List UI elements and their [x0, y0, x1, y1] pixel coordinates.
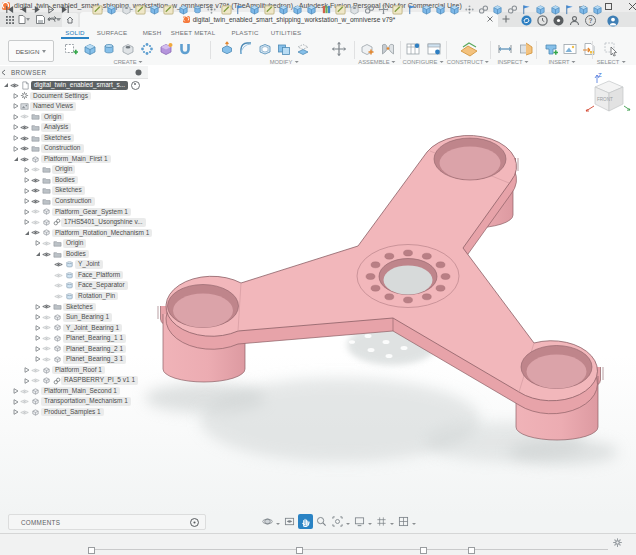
timeline-feature-extrude-icon[interactable] — [421, 3, 432, 15]
tree-item[interactable]: Bodies — [0, 175, 152, 186]
visibility-eye-icon[interactable] — [9, 82, 20, 89]
assemble-group-label[interactable]: ASSEMBLE — [358, 59, 395, 65]
timeline-marker[interactable] — [420, 547, 427, 554]
tree-item[interactable]: Platform_Main_First 1 — [0, 154, 152, 165]
visibility-eye-icon[interactable] — [41, 335, 52, 342]
expand-arrow-icon[interactable] — [12, 388, 19, 394]
ribbon-tab-utilities[interactable]: UTILITIES — [271, 29, 302, 36]
ribbon-tab-plastic[interactable]: PLASTIC — [231, 29, 258, 36]
insert-canvas-icon[interactable] — [561, 40, 578, 57]
timeline-feature-sketch-icon[interactable] — [264, 3, 275, 15]
timeline-feature-extrude-icon[interactable] — [535, 3, 546, 15]
timeline-feature-extrude-icon[interactable] — [578, 3, 589, 15]
expand-arrow-icon[interactable] — [34, 346, 41, 352]
section-analysis-icon[interactable] — [517, 40, 534, 57]
expand-arrow-icon[interactable] — [23, 177, 30, 183]
visibility-eye-icon[interactable] — [30, 166, 41, 173]
configure-table-icon[interactable] — [404, 40, 421, 57]
timeline-feature-hole-icon[interactable] — [121, 3, 132, 15]
timeline-feature-extrude-icon[interactable] — [278, 3, 289, 15]
tree-item[interactable]: digital_twin_enabled_smart_s... — [0, 80, 152, 91]
visibility-eye-icon[interactable] — [19, 135, 30, 142]
timeline-feature-appearance-icon[interactable] — [321, 3, 332, 15]
tree-item[interactable]: Analysis — [0, 122, 152, 133]
timeline-feature-extrude-icon[interactable] — [249, 3, 260, 15]
user-avatar[interactable] — [607, 15, 618, 26]
combine-icon[interactable] — [275, 40, 292, 57]
tree-item[interactable]: Construction — [0, 196, 152, 207]
visibility-eye-icon[interactable] — [30, 187, 41, 194]
save-icon[interactable] — [34, 14, 47, 25]
browser-header[interactable]: BROWSER — [0, 66, 148, 79]
go-to-end-button[interactable] — [60, 4, 71, 15]
timeline-feature-sketch-icon[interactable] — [221, 3, 232, 15]
comment-bubble-icon[interactable] — [190, 518, 199, 527]
expand-arrow-icon[interactable] — [12, 156, 19, 162]
pattern-icon[interactable] — [138, 40, 155, 57]
timeline-feature-link-icon[interactable] — [507, 3, 518, 15]
pan-icon[interactable] — [298, 514, 313, 529]
tree-item[interactable]: Origin — [0, 112, 152, 123]
create-group-label[interactable]: CREATE — [113, 59, 142, 65]
hole-icon[interactable] — [119, 40, 136, 57]
look-at-icon[interactable] — [282, 514, 297, 529]
ribbon-tab-sheet-metal[interactable]: SHEET METAL — [171, 29, 216, 36]
timeline-feature-hole-icon[interactable] — [349, 3, 360, 15]
extrude-icon[interactable] — [81, 40, 98, 57]
timeline-feature-extrude-icon[interactable] — [435, 3, 446, 15]
insert-derive-icon[interactable] — [542, 40, 559, 57]
collapse-panel-icon[interactable] — [0, 69, 7, 76]
timeline-feature-extrude-icon[interactable] — [592, 3, 603, 15]
new-component-icon[interactable] — [358, 40, 375, 57]
timeline-marker[interactable] — [296, 547, 303, 554]
timeline-feature-joint-icon[interactable] — [564, 3, 575, 15]
visibility-eye-icon[interactable] — [19, 388, 30, 395]
tree-item[interactable]: Bodies — [0, 249, 152, 260]
browser-options-icon[interactable] — [135, 69, 142, 76]
timeline-feature-sketch-icon[interactable] — [135, 3, 146, 15]
sync-status-icon[interactable] — [521, 15, 532, 26]
expand-arrow-icon[interactable] — [12, 124, 19, 130]
isolate-radio-icon[interactable] — [131, 81, 140, 90]
notifications-icon[interactable] — [553, 15, 564, 26]
timeline-marker[interactable] — [88, 547, 95, 554]
tree-item[interactable]: Platform_Rotation_Mechanism 1 — [0, 228, 152, 239]
timeline-feature-sketch-icon[interactable] — [163, 3, 174, 15]
visibility-eye-icon[interactable] — [19, 409, 30, 416]
visibility-eye-icon[interactable] — [30, 229, 41, 236]
tree-item[interactable]: Face_Platform — [0, 270, 152, 281]
viewcube[interactable]: Z FRONT — [582, 70, 632, 122]
timeline-feature-extrude-icon[interactable] — [306, 3, 317, 15]
timeline-feature-extrude-icon[interactable] — [292, 3, 303, 15]
measure-icon[interactable] — [496, 40, 513, 57]
move-copy-icon[interactable] — [330, 40, 347, 57]
tree-item[interactable]: Planet_Bearing_1 1 — [0, 333, 152, 344]
tree-item[interactable]: Platform_Gear_System 1 — [0, 207, 152, 218]
visibility-eye-icon[interactable] — [30, 219, 41, 226]
file-menu-icon[interactable] — [17, 14, 30, 25]
tree-item[interactable]: Face_Separator — [0, 280, 152, 291]
tree-item[interactable]: Sketches — [0, 185, 152, 196]
step-back-button[interactable] — [18, 4, 29, 15]
tree-item[interactable]: Rotation_Pin — [0, 291, 152, 302]
expand-arrow-icon[interactable] — [34, 335, 41, 341]
timeline-feature-joint-icon[interactable] — [521, 3, 532, 15]
insert-group-label[interactable]: INSERT — [548, 59, 575, 65]
timeline-feature-pattern-icon[interactable] — [206, 3, 217, 15]
expand-arrow-icon[interactable] — [34, 356, 41, 362]
fit-icon[interactable] — [330, 514, 345, 529]
visibility-eye-icon[interactable] — [53, 261, 64, 268]
close-window-button[interactable] — [624, 1, 636, 11]
timeline-feature-extrude-icon[interactable] — [550, 3, 561, 15]
joint-icon[interactable] — [379, 40, 396, 57]
visibility-eye-icon[interactable] — [41, 324, 52, 331]
visibility-eye-icon[interactable] — [19, 156, 30, 163]
timeline-feature-joint-icon[interactable] — [407, 3, 418, 15]
play-button[interactable] — [32, 4, 43, 15]
expand-arrow-icon[interactable] — [34, 314, 41, 320]
timeline-feature-extrude-icon[interactable] — [449, 3, 460, 15]
tree-item[interactable]: Platform_Roof 1 — [0, 365, 152, 376]
timeline-marker[interactable] — [468, 547, 475, 554]
expand-arrow-icon[interactable] — [12, 135, 19, 141]
new-tab-icon[interactable] — [502, 15, 510, 23]
